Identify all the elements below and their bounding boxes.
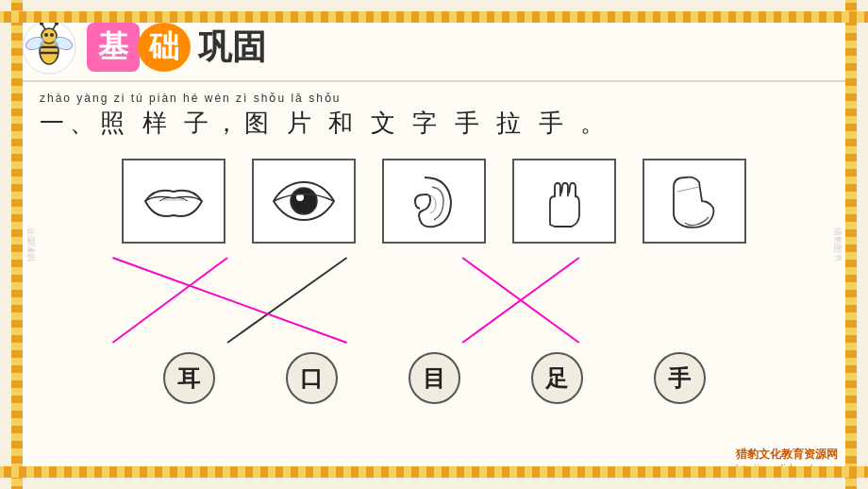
svg-point-8 <box>55 22 58 25</box>
svg-point-9 <box>44 33 48 37</box>
svg-point-10 <box>50 33 54 37</box>
image-eye <box>252 159 356 244</box>
char-er: 耳 <box>163 352 215 404</box>
svg-point-6 <box>40 22 43 25</box>
title-chu: 础 <box>138 23 191 72</box>
image-ear <box>382 159 486 244</box>
footer-url: http://www.liebaowh.com <box>736 463 838 473</box>
title-ji: 基 <box>87 23 140 72</box>
svg-line-20 <box>227 258 346 343</box>
image-hand <box>512 159 616 244</box>
characters-row: 耳 口 目 足 手 <box>11 347 857 409</box>
char-mu: 目 <box>409 352 460 404</box>
svg-line-21 <box>112 258 346 343</box>
title-badge: 基 础 巩固 <box>87 23 266 72</box>
subtitle-section: zhào yàng zi tú piàn hé wén zì shǒu lā s… <box>11 82 857 144</box>
connection-lines <box>25 253 843 347</box>
watermark-left: 猎豹图书 <box>25 228 38 261</box>
footer-brand: 猎豹文化教育资源网 <box>736 447 838 463</box>
svg-line-22 <box>112 258 227 343</box>
title-gonggu: 巩固 <box>198 25 266 71</box>
pinyin-row: zhào yàng zi tú piàn hé wén zì shǒu lā s… <box>40 92 838 105</box>
watermark-right: 猎豹图书 <box>831 228 843 261</box>
image-lips <box>122 159 225 244</box>
chinese-instruction: 一、照 样 子，图 片 和 文 字 手 拉 手 。 <box>40 107 838 140</box>
header: 基 础 巩固 <box>11 11 857 82</box>
images-row <box>11 149 857 253</box>
matching-section: 耳 口 目 足 手 <box>11 149 857 409</box>
logo-bee <box>16 19 82 76</box>
footer: 猎豹文化教育资源网 http://www.liebaowh.com <box>736 447 838 473</box>
char-shou: 手 <box>654 352 706 404</box>
main-content: 猎豹图书 猎豹图书 <box>11 11 857 478</box>
lines-area <box>25 253 843 347</box>
char-kou: 口 <box>286 352 338 404</box>
image-foot <box>643 159 746 244</box>
char-zu: 足 <box>531 352 583 404</box>
svg-point-13 <box>291 188 317 214</box>
